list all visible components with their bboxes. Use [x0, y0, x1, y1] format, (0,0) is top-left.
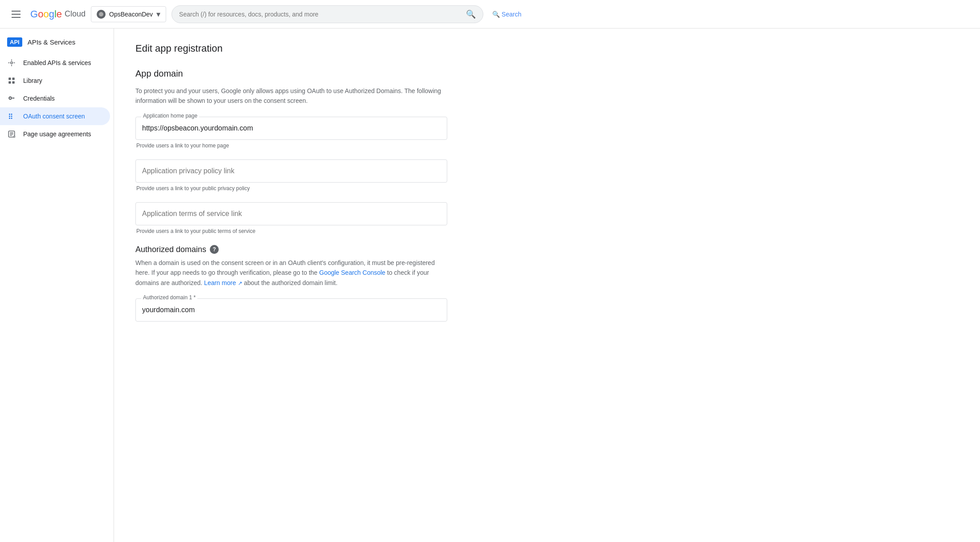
topbar: Google Cloud OpsBeaconDev ▾ 🔍 🔍 Search	[0, 0, 980, 29]
sidebar-item-enabled-apis-label: Enabled APIs & services	[23, 59, 91, 66]
credentials-icon	[7, 94, 16, 103]
terms-of-service-input[interactable]	[136, 203, 447, 225]
sidebar-item-library-label: Library	[23, 77, 42, 84]
svg-point-12	[9, 116, 10, 117]
home-page-label: Application home page	[141, 113, 199, 119]
sidebar-title: APIs & Services	[28, 38, 76, 46]
project-name: OpsBeaconDev	[109, 11, 153, 18]
enabled-apis-icon	[7, 58, 16, 67]
terms-of-service-field-group: Provide users a link to your public term…	[135, 202, 447, 234]
terms-of-service-hint: Provide users a link to your public term…	[135, 228, 447, 234]
external-link-icon: ↗	[238, 280, 242, 286]
authorized-domains-desc: When a domain is used on the consent scr…	[135, 258, 447, 288]
main-content: Edit app registration App domain To prot…	[114, 29, 980, 542]
google-search-console-link[interactable]: Google Search Console	[319, 269, 386, 276]
authorized-domain-1-field-wrapper: Authorized domain 1 *	[135, 298, 447, 322]
home-page-field-group: Application home page Provide users a li…	[135, 117, 447, 149]
svg-rect-5	[8, 77, 11, 80]
sidebar-header: API APIs & Services	[0, 32, 114, 54]
app-domain-title: App domain	[135, 69, 959, 79]
svg-point-15	[11, 116, 12, 117]
svg-point-13	[9, 118, 10, 119]
search-bar: 🔍	[172, 5, 483, 23]
privacy-policy-field-wrapper	[135, 159, 447, 183]
sidebar-item-oauth-consent[interactable]: OAuth consent screen	[0, 107, 110, 125]
google-cloud-logo[interactable]: Google Cloud	[30, 8, 86, 20]
google-wordmark: Google	[30, 8, 62, 20]
sidebar-item-library[interactable]: Library	[0, 72, 110, 90]
search-button[interactable]: 🔍 Search	[489, 9, 525, 20]
oauth-consent-icon	[7, 112, 16, 121]
authorized-domains-section: Authorized domains ? When a domain is us…	[135, 245, 959, 322]
svg-point-10	[10, 98, 11, 99]
chevron-down-icon: ▾	[156, 9, 160, 19]
authorized-domain-1-input[interactable]	[136, 299, 447, 321]
authorized-domains-help-icon[interactable]: ?	[210, 245, 219, 254]
library-icon	[7, 76, 16, 85]
svg-point-0	[11, 62, 13, 64]
api-badge: API	[7, 37, 22, 47]
terms-of-service-field-wrapper	[135, 202, 447, 225]
cloud-wordmark: Cloud	[65, 9, 86, 19]
home-page-input[interactable]	[136, 117, 447, 139]
svg-rect-6	[12, 77, 15, 80]
home-page-hint: Provide users a link to your home page	[135, 143, 447, 149]
sidebar-item-enabled-apis[interactable]: Enabled APIs & services	[0, 54, 110, 72]
sidebar-item-oauth-consent-label: OAuth consent screen	[23, 113, 85, 120]
privacy-policy-input[interactable]	[136, 160, 447, 182]
authorized-domains-title: Authorized domains ?	[135, 245, 959, 254]
sidebar-item-credentials-label: Credentials	[23, 95, 55, 102]
app-layout: API APIs & Services Enabled APIs & servi…	[0, 29, 980, 542]
app-domain-desc: To protect you and your users, Google on…	[135, 86, 447, 106]
page-usage-icon	[7, 130, 16, 139]
sidebar-item-credentials[interactable]: Credentials	[0, 90, 110, 107]
search-icon-btn: 🔍	[492, 11, 500, 18]
privacy-policy-field-group: Provide users a link to your public priv…	[135, 159, 447, 192]
search-input[interactable]	[179, 11, 462, 18]
authorized-domain-1-field-group: Authorized domain 1 *	[135, 298, 447, 322]
hamburger-menu[interactable]	[7, 5, 25, 23]
page-title: Edit app registration	[135, 43, 959, 54]
svg-point-14	[11, 114, 12, 115]
home-page-field-wrapper: Application home page	[135, 117, 447, 140]
authorized-domain-1-label: Authorized domain 1 *	[141, 294, 197, 301]
svg-point-16	[11, 118, 12, 119]
svg-rect-7	[8, 82, 11, 84]
project-selector[interactable]: OpsBeaconDev ▾	[91, 6, 166, 22]
svg-rect-8	[12, 82, 15, 84]
project-icon	[97, 10, 106, 19]
learn-more-link[interactable]: Learn more	[204, 279, 236, 286]
privacy-policy-hint: Provide users a link to your public priv…	[135, 185, 447, 192]
sidebar-item-page-usage-label: Page usage agreements	[23, 130, 91, 138]
sidebar: API APIs & Services Enabled APIs & servi…	[0, 29, 114, 542]
sidebar-item-page-usage[interactable]: Page usage agreements	[0, 125, 110, 143]
search-icon[interactable]: 🔍	[466, 9, 476, 19]
svg-point-11	[9, 114, 10, 115]
